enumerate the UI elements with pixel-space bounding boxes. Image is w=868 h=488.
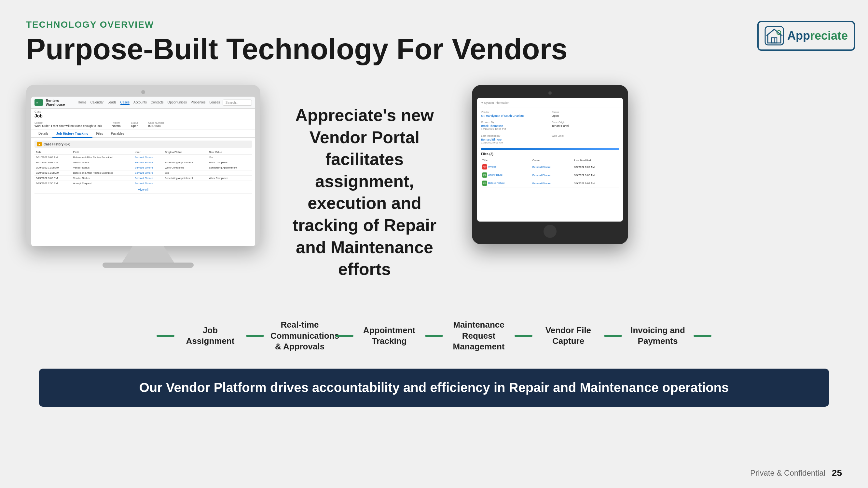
feat-text-5: Vendor File Capture [536, 325, 601, 347]
tab-job-history[interactable]: Job History Tracking [53, 130, 92, 138]
tablet-status-value: Open [552, 114, 619, 118]
footer-confidential: Private & Confidential [750, 468, 825, 478]
files-col-owner: Owner [531, 158, 573, 163]
table-row: 3/29/2022 11:28 AMVendor StatusBernard E… [34, 165, 252, 170]
priority-label: Priority [112, 121, 121, 124]
tablet: ∨ System Information Vendor Mr. Handyman… [472, 85, 628, 244]
nav-opportunities[interactable]: Opportunities [167, 100, 187, 105]
vendor-label: Vendor [481, 110, 549, 113]
tablet-home-button[interactable] [544, 225, 557, 238]
img-icon: IMG [482, 181, 487, 186]
monitor-camera [141, 90, 145, 94]
files-title: Files (3) [481, 152, 619, 156]
page: Appreciate TECHNOLOGY OVERVIEW Purpose-B… [0, 0, 868, 488]
files-col-title: Title [481, 158, 531, 163]
line-right-6 [693, 335, 711, 337]
nav-leads[interactable]: Leads [107, 100, 116, 105]
logo: Appreciate [770, 16, 842, 55]
case-origin-value: Tenant Portal [552, 124, 619, 128]
feature-maintenance: Maintenance Request Management [446, 320, 536, 352]
tab-details[interactable]: Details [34, 130, 53, 138]
feature-appointment: Appointment Tracking [357, 325, 446, 347]
line-right-4 [515, 335, 532, 337]
col-field: Field [72, 150, 133, 155]
vendor-value: Mr. Handyman of South Charlotte [481, 114, 549, 118]
subject-value: Work Order: Front door will not close en… [34, 124, 102, 128]
nav-properties[interactable]: Properties [191, 100, 206, 105]
priority-field: Priority Normal [112, 121, 121, 128]
table-row: 3/25/2022 2:55 PMAccept RequestBernard E… [34, 181, 252, 186]
subject-field: Subject Work Order: Front door will not … [34, 121, 102, 128]
crm-search-bar[interactable]: Search... [223, 100, 252, 106]
tab-payables[interactable]: Payables [107, 130, 128, 138]
monitor-stand [102, 263, 194, 268]
features-bar: Job Assignment Real-time Communications … [26, 320, 842, 352]
nav-cases[interactable]: Cases [120, 100, 129, 105]
sys-info-header: ∨ System Information [477, 98, 623, 107]
feature-job-assignment: Job Assignment [153, 325, 267, 347]
feat-text-6: Invoicing and Payments [625, 325, 690, 347]
table-row: 3/31/2022 9:09 AMVendor StatusBernard El… [34, 160, 252, 165]
footer-page-number: 25 [832, 468, 842, 478]
nav-home[interactable]: Home [78, 100, 87, 105]
logo-house-icon [765, 26, 784, 45]
nav-contacts[interactable]: Contacts [151, 100, 163, 105]
line-right-5 [604, 335, 622, 337]
tech-label: TECHNOLOGY OVERVIEW [26, 20, 842, 30]
tablet-status-label: Status [552, 110, 619, 113]
view-all[interactable]: View All [34, 186, 252, 194]
bottom-banner: Our Vendor Platform drives accountabilit… [39, 368, 829, 407]
status-value: Open [131, 124, 138, 128]
nav-accounts[interactable]: Accounts [133, 100, 147, 105]
tablet-camera [549, 91, 552, 95]
files-section: Files (3) Title Owner Last Modified PDFI… [477, 150, 623, 190]
created-date: 12/13/2021 12:06 PM [481, 128, 549, 130]
table-row: PDFInvoiceBernard Elmore3/9/2022 9:09 AM [481, 163, 619, 171]
case-history-header: ■ Case History (6+) [34, 140, 252, 148]
case-origin-label: Case Origin [552, 121, 619, 124]
pdf-icon: PDF [482, 164, 487, 169]
line-right-1 [246, 335, 264, 337]
vendor-field: Vendor Mr. Handyman of South Charlotte [481, 110, 549, 118]
logo-text-accent: reciate [810, 29, 848, 42]
crm-breadcrumb: Case Job [31, 109, 255, 120]
monitor: R Renters Warehouse Home Calendar Leads … [26, 85, 260, 246]
logo-text: Appreciate [787, 29, 848, 43]
last-modified-label: Last Modified By [481, 134, 549, 137]
tab-files[interactable]: Files [92, 130, 107, 138]
history-table: Date Field User Original Value New Value… [34, 150, 252, 194]
case-history-title: Case History (6+) [43, 142, 70, 146]
feat-text-4: Maintenance Request Management [446, 320, 511, 352]
nav-calendar[interactable]: Calendar [91, 100, 104, 105]
feature-invoicing: Invoicing and Payments [625, 325, 715, 347]
line-right-3 [425, 335, 443, 337]
line-left-1 [157, 335, 175, 337]
feature-vendor-file: Vendor File Capture [536, 325, 625, 347]
case-num-label: Case Number [148, 121, 164, 124]
page-title: Purpose-Built Technology For Vendors [26, 33, 842, 65]
created-by-value: Brock Thompson [481, 124, 549, 128]
table-row: 3/25/2022 3:00 PMVendor StatusBernard El… [34, 176, 252, 181]
nav-leases[interactable]: Leases [210, 100, 220, 105]
web-email-label: Web Email [552, 134, 619, 137]
feat-text-3: Appointment Tracking [357, 325, 422, 347]
svg-text:R: R [36, 101, 38, 104]
table-row: 3/29/2022 11:28 AMBefore and After Photo… [34, 170, 252, 176]
footer: Private & Confidential 25 [750, 468, 842, 478]
monitor-screen: R Renters Warehouse Home Calendar Leads … [31, 97, 255, 246]
line-right-2 [336, 335, 353, 337]
last-modified-field: Last Modified By Bernard Elmore 3/31/202… [481, 134, 549, 145]
created-by-label: Created By [481, 121, 549, 124]
col-orig: Original Value [163, 150, 208, 155]
case-origin-field: Case Origin Tenant Portal [552, 121, 619, 131]
status-field: Status Open [131, 121, 138, 128]
files-table: Title Owner Last Modified PDFInvoiceBern… [481, 158, 619, 187]
monitor-wrapper: R Renters Warehouse Home Calendar Leads … [26, 85, 270, 268]
center-description: Appreciate's new Vendor Portal facilitat… [283, 85, 446, 300]
web-email-field: Web Email [552, 134, 619, 145]
files-col-date: Last Modified [573, 158, 619, 163]
crm-tabs: Details Job History Tracking Files Payab… [31, 130, 255, 138]
priority-value: Normal [112, 124, 121, 128]
feat-text-2: Real-time Communications & Approvals [267, 320, 332, 352]
case-num-value: 00278686 [148, 124, 164, 128]
